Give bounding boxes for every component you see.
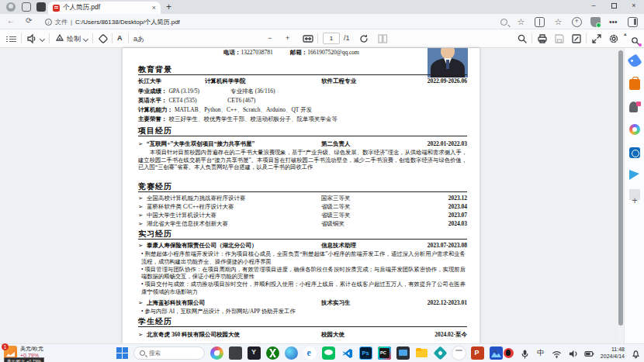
page-view-icon[interactable] [377,33,388,44]
highlight-text-icon[interactable]: A [117,34,123,42]
print-icon[interactable] [537,33,548,44]
eraser-icon[interactable] [98,33,109,44]
wifi-icon[interactable] [552,348,562,358]
tab-actions-icon[interactable] [36,2,46,12]
close-button[interactable]: × [624,0,644,12]
project-marker: ➢ [138,140,147,147]
back-icon[interactable]: ← [7,16,15,25]
app-ie-browser-icon[interactable] [303,346,317,360]
start-button[interactable] [116,347,128,359]
taskbar-clock[interactable]: 11:48 2024/4/14 [601,346,625,360]
collections-icon[interactable]: ☆ [553,17,563,27]
system-tray: ^ 中 11:48 2024/4/14 [494,346,644,360]
education-school-row: 长江大学 计算机科学学院 软件工程专业 2022.09-2026.06 [138,78,467,85]
shopping-tag-icon[interactable] [627,53,642,68]
address-scheme-label: 文件 [55,18,68,26]
volume-icon[interactable] [568,348,578,358]
cet6-value: CET6 (467) [227,97,255,104]
address-field[interactable]: i 文件 | C:/Users/86138/Desktop/个人简历.pdf [45,18,180,26]
education-english-row: 英语水平： CET4 (535) CET6 (467) [138,97,467,105]
app-file-explorer-icon[interactable] [415,346,428,360]
draw-dropdown-icon[interactable] [84,37,88,42]
scrollbar-thumb[interactable] [618,50,623,326]
zoom-out-icon[interactable]: − [268,34,272,42]
draw-pen-icon[interactable] [54,33,65,44]
internship-bullet: • 荆楚超体小程序前端开发设计：作为项目核心成员，全面负责“荆楚超体”小程序的前… [141,250,466,266]
sidebar-toggle-icon[interactable] [628,17,638,27]
draw-label[interactable]: 绘制 [67,34,81,44]
read-language-icon[interactable]: aあ [133,34,144,44]
internship-bullet: • 参与内部 AI，互联网产品设计，外部网站/APP 协助开发工作 [141,308,466,315]
contacts-icon[interactable] [629,102,638,112]
fullscreen-icon[interactable] [591,33,602,44]
zoom-in-icon[interactable]: + [286,34,289,42]
app-powerpoint-icon[interactable] [471,346,484,360]
page-info-icon[interactable]: i [45,19,52,26]
battery-icon[interactable] [584,348,594,358]
profile-avatar-icon[interactable] [6,2,16,12]
settings-gear-icon[interactable] [608,33,619,44]
maximize-button[interactable] [604,0,624,12]
app-media-player-icon[interactable] [396,346,410,360]
add-sidebar-app-icon[interactable]: + [629,195,640,206]
favorite-star-icon[interactable]: ☆ [516,17,526,27]
internship-title-row: ➢ 上海蓝衫科技有限公司 技术实习生 2022.12-2023.01 [138,299,467,307]
page-number-input[interactable] [323,33,340,44]
address-path: C:/Users/86138/Desktop/个人简历.pdf [75,18,180,26]
toc-icon[interactable] [6,35,16,43]
app-edge-icon[interactable] [452,346,466,360]
pdf-page[interactable]: 电话：13227038781 邮箱：1661907520@qq.com 教育背景… [123,48,480,343]
tab-close-icon[interactable]: × [152,4,156,12]
weather-finance-widget[interactable]: 1 美元/欧元 +0.79% 美元/欧元 +0.79% [4,346,43,359]
internship-role: 信息技术助理 [321,242,402,250]
app-teal-diamond-icon[interactable] [433,346,447,360]
split-screen-icon[interactable] [535,17,545,27]
drop-share-icon[interactable] [629,170,639,180]
workspaces-icon[interactable] [22,2,31,12]
widget-tooltip: 美元/欧元 +0.79% [4,357,44,362]
app-vscode-icon[interactable] [341,346,354,360]
pdf-toolbar: 绘制 A aあ − + /1 [0,29,644,48]
collapse-toolbar-icon[interactable]: ▴ [624,31,627,37]
ime-indicator[interactable]: 中 [536,348,545,358]
outlook-icon[interactable] [629,147,640,158]
taskbar-search[interactable]: 搜索 [133,346,205,360]
save-as-edit-icon[interactable] [571,33,582,44]
rank-value: 专业排名 (36/116) [230,88,275,95]
app-dark-square-icon[interactable] [229,346,242,360]
rotate-icon[interactable] [358,33,369,44]
notification-bell-icon[interactable] [631,348,641,358]
more-menu-icon[interactable]: ••• [609,17,619,27]
read-aloud-dropdown-icon[interactable] [40,37,45,42]
tray-overflow-icon[interactable]: ^ [494,348,497,358]
save-icon[interactable] [554,33,565,44]
app-photoshop-icon[interactable] [359,346,372,360]
qq-tray-icon[interactable] [504,348,514,358]
microphone-icon[interactable] [520,348,530,358]
search-document-icon[interactable] [517,33,528,44]
new-tab-button[interactable]: + [166,2,171,12]
phone-label: 电话： [223,49,241,56]
zoom-indicator-icon[interactable] [500,19,507,26]
app-game-y-icon[interactable] [248,346,261,360]
active-tab[interactable]: 个人简历.pdf × [48,2,161,14]
scrollbar-track[interactable] [618,48,623,343]
section-student: 学生经历 [138,316,172,327]
app-pycharm-icon[interactable] [378,346,391,360]
fit-to-width-icon[interactable] [303,33,313,44]
refresh-icon[interactable]: ⟳ [26,16,32,25]
competition-date: 2024.03 [402,220,467,227]
browser-essentials-icon[interactable] [590,17,601,27]
app-copilot-icon[interactable] [285,346,298,360]
app-xbox-icon[interactable] [266,346,279,360]
extensions-icon[interactable] [572,17,582,27]
app-wechat-icon[interactable] [322,346,335,360]
email-value: 1661907520@qq.com [307,49,359,56]
read-aloud-icon[interactable] [26,33,37,44]
minimize-button[interactable]: – [583,0,604,12]
student-title-row: ➢ 北京奇虎 360 科技有限公司校园大使 校园大使 2024.02-至今 [138,331,467,339]
toolbox-icon[interactable] [629,79,640,90]
magnifier-extension-icon[interactable] [630,36,641,47]
games-hub-icon[interactable] [629,124,640,135]
app-widgets-paint-icon[interactable] [210,346,223,360]
